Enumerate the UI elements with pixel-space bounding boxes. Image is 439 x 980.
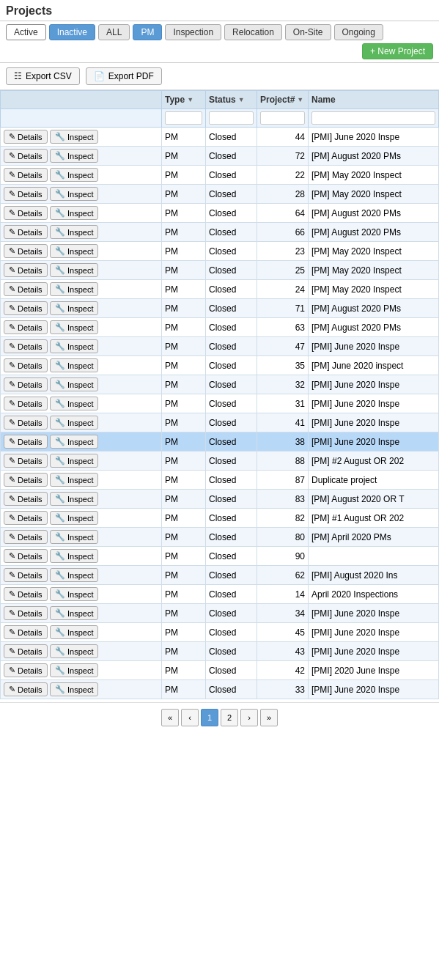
details-button[interactable]: ✎ Details <box>4 397 48 410</box>
details-button[interactable]: ✎ Details <box>4 320 48 334</box>
col-header-status[interactable]: Status ▼ <box>206 91 257 109</box>
type-cell: PM <box>162 680 206 699</box>
inspect-button[interactable]: 🔧 Inspect <box>50 511 98 525</box>
type-cell: PM <box>162 642 206 661</box>
table-row: ✎ Details 🔧 InspectPMClosed35[PM] June 2… <box>1 356 439 375</box>
inspect-button[interactable]: 🔧 Inspect <box>50 377 98 391</box>
inspect-button[interactable]: 🔧 Inspect <box>50 244 98 258</box>
inspect-button[interactable]: 🔧 Inspect <box>50 625 98 639</box>
details-button[interactable]: ✎ Details <box>4 130 48 144</box>
inspect-button[interactable]: 🔧 Inspect <box>50 149 98 163</box>
inspect-button[interactable]: 🔧 Inspect <box>50 530 98 544</box>
details-button[interactable]: ✎ Details <box>4 263 48 277</box>
details-button[interactable]: ✎ Details <box>4 149 48 163</box>
pagination-page1[interactable]: 1 <box>201 709 218 726</box>
tab-pm[interactable]: PM <box>133 24 162 40</box>
col-header-type[interactable]: Type ▼ <box>162 91 206 109</box>
details-button[interactable]: ✎ Details <box>4 549 48 563</box>
type-filter-input[interactable] <box>165 111 202 125</box>
pagination-first[interactable]: « <box>161 709 179 726</box>
details-button[interactable]: ✎ Details <box>4 530 48 544</box>
inspect-button[interactable]: 🔧 Inspect <box>50 130 98 144</box>
inspect-button[interactable]: 🔧 Inspect <box>50 492 98 506</box>
details-button[interactable]: ✎ Details <box>4 568 48 582</box>
inspect-button[interactable]: 🔧 Inspect <box>50 282 98 296</box>
tab-active[interactable]: Active <box>6 24 46 40</box>
inspect-button[interactable]: 🔧 Inspect <box>50 168 98 182</box>
actions-cell: ✎ Details 🔧 Inspect <box>1 452 162 471</box>
project-num-cell: 44 <box>257 128 309 147</box>
inspect-button[interactable]: 🔧 Inspect <box>50 663 98 677</box>
inspect-button[interactable]: 🔧 Inspect <box>50 416 98 430</box>
details-button[interactable]: ✎ Details <box>4 682 48 696</box>
tab-ongoing[interactable]: Ongoing <box>334 24 383 40</box>
inspect-button[interactable]: 🔧 Inspect <box>50 473 98 487</box>
project-filter-input[interactable] <box>260 111 305 125</box>
details-button[interactable]: ✎ Details <box>4 168 48 182</box>
pagination-next[interactable]: › <box>240 709 258 726</box>
new-project-button[interactable]: + New Project <box>362 43 433 59</box>
col-header-project-num[interactable]: Project# ▼ <box>257 91 309 109</box>
inspect-button[interactable]: 🔧 Inspect <box>50 301 98 315</box>
tab-inactive[interactable]: Inactive <box>49 24 95 40</box>
inspect-button[interactable]: 🔧 Inspect <box>50 339 98 353</box>
actions-cell: ✎ Details 🔧 Inspect <box>1 509 162 528</box>
inspect-button[interactable]: 🔧 Inspect <box>50 682 98 696</box>
inspect-button[interactable]: 🔧 Inspect <box>50 606 98 620</box>
filter-status[interactable] <box>206 109 257 128</box>
filter-type[interactable] <box>162 109 206 128</box>
tab-onsite[interactable]: On-Site <box>285 24 331 40</box>
inspect-button[interactable]: 🔧 Inspect <box>50 320 98 334</box>
details-button[interactable]: ✎ Details <box>4 282 48 296</box>
type-cell: PM <box>162 356 206 375</box>
details-button[interactable]: ✎ Details <box>4 435 48 449</box>
details-button[interactable]: ✎ Details <box>4 358 48 372</box>
pagination-page2[interactable]: 2 <box>221 709 238 726</box>
tab-all[interactable]: ALL <box>98 24 130 40</box>
details-button[interactable]: ✎ Details <box>4 663 48 677</box>
export-csv-button[interactable]: ☷ Export CSV <box>6 67 80 85</box>
table-body: ✎ Details 🔧 InspectPMClosed44[PMI] June … <box>1 128 439 699</box>
tab-relocation[interactable]: Relocation <box>224 24 282 40</box>
edit-icon: ✎ <box>9 494 15 504</box>
inspect-button[interactable]: 🔧 Inspect <box>50 435 98 449</box>
details-button[interactable]: ✎ Details <box>4 206 48 220</box>
status-filter-input[interactable] <box>209 111 254 125</box>
inspect-button[interactable]: 🔧 Inspect <box>50 587 98 601</box>
details-button[interactable]: ✎ Details <box>4 587 48 601</box>
pagination-prev[interactable]: ‹ <box>181 709 199 726</box>
export-pdf-button[interactable]: 📄 Export PDF <box>86 67 162 85</box>
details-button[interactable]: ✎ Details <box>4 339 48 353</box>
details-button[interactable]: ✎ Details <box>4 473 48 487</box>
pagination-last[interactable]: » <box>260 709 278 726</box>
details-button[interactable]: ✎ Details <box>4 454 48 468</box>
details-button[interactable]: ✎ Details <box>4 644 48 658</box>
details-button[interactable]: ✎ Details <box>4 606 48 620</box>
inspect-button[interactable]: 🔧 Inspect <box>50 225 98 239</box>
name-filter-input[interactable] <box>311 111 435 125</box>
filter-name[interactable] <box>309 109 439 128</box>
details-button[interactable]: ✎ Details <box>4 187 48 201</box>
tab-inspection[interactable]: Inspection <box>165 24 221 40</box>
filter-project-num[interactable] <box>257 109 309 128</box>
details-button[interactable]: ✎ Details <box>4 625 48 639</box>
inspect-button[interactable]: 🔧 Inspect <box>50 206 98 220</box>
details-button[interactable]: ✎ Details <box>4 416 48 430</box>
inspect-button[interactable]: 🔧 Inspect <box>50 187 98 201</box>
actions-cell: ✎ Details 🔧 Inspect <box>1 490 162 509</box>
details-button[interactable]: ✎ Details <box>4 225 48 239</box>
details-button[interactable]: ✎ Details <box>4 492 48 506</box>
table-row: ✎ Details 🔧 InspectPMClosed64[PM] August… <box>1 204 439 223</box>
inspect-button[interactable]: 🔧 Inspect <box>50 263 98 277</box>
details-button[interactable]: ✎ Details <box>4 377 48 391</box>
inspect-button[interactable]: 🔧 Inspect <box>50 397 98 410</box>
inspect-button[interactable]: 🔧 Inspect <box>50 454 98 468</box>
inspect-button[interactable]: 🔧 Inspect <box>50 644 98 658</box>
details-button[interactable]: ✎ Details <box>4 511 48 525</box>
details-button[interactable]: ✎ Details <box>4 301 48 315</box>
inspect-button[interactable]: 🔧 Inspect <box>50 568 98 582</box>
type-cell: PM <box>162 166 206 185</box>
inspect-button[interactable]: 🔧 Inspect <box>50 549 98 563</box>
details-button[interactable]: ✎ Details <box>4 244 48 258</box>
inspect-button[interactable]: 🔧 Inspect <box>50 358 98 372</box>
